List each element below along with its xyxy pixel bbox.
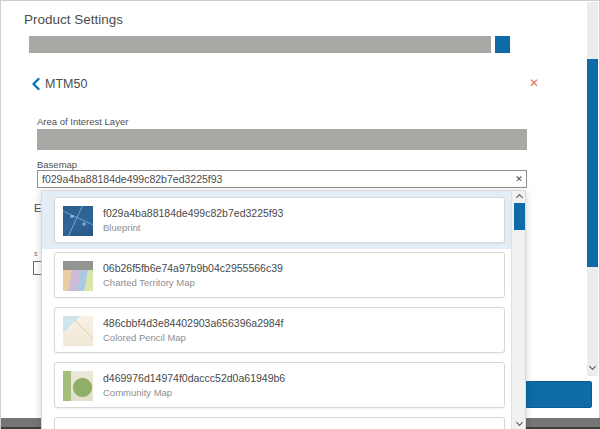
- basemap-option-id: d469976d14974f0daccc52d0a61949b6: [103, 372, 285, 384]
- basemap-option-name: Community Map: [103, 387, 172, 398]
- close-icon[interactable]: ✕: [529, 76, 539, 90]
- basemap-option[interactable]: d469976d14974f0daccc52d0a61949b6 Communi…: [54, 362, 505, 408]
- basemap-option-id: 06b26f5fb6e74a97b9b04c2955566c39: [103, 262, 283, 274]
- redacted-toolbar-bar: [29, 36, 491, 53]
- basemap-option[interactable]: 486cbbf4d3e84402903a656396a2984f Colored…: [54, 307, 505, 353]
- dropdown-scroll-up-button[interactable]: [512, 191, 526, 203]
- basemap-field-label: Basemap: [37, 159, 77, 170]
- aoi-redacted-value[interactable]: [37, 129, 527, 150]
- back-link[interactable]: MTM50: [32, 76, 87, 92]
- clear-input-icon[interactable]: ✕: [512, 172, 526, 186]
- aoi-field-label: Area of Interest Layer: [37, 116, 128, 127]
- dropdown-scrollbar[interactable]: [511, 191, 525, 429]
- hidden-field-fragment: s: [34, 250, 38, 257]
- basemap-dropdown-list: f029a4ba88184de499c82b7ed3225f93 Bluepri…: [41, 190, 526, 429]
- basemap-option-name: Colored Pencil Map: [103, 332, 186, 343]
- chevron-down-icon: [515, 419, 522, 426]
- chevron-down-icon: [589, 363, 596, 370]
- product-settings-window: Product Settings MTM50 ✕ Area of Interes…: [0, 0, 600, 429]
- basemap-input[interactable]: [37, 170, 527, 188]
- basemap-thumbnail-blueprint: [63, 206, 93, 236]
- primary-action-button[interactable]: [525, 381, 592, 408]
- basemap-option[interactable]: 06b26f5fb6e74a97b9b04c2955566c39 Charted…: [54, 252, 505, 298]
- basemap-thumbnail-community: [63, 371, 93, 401]
- window-scrollbar-thumb[interactable]: [587, 59, 598, 267]
- page-title: Product Settings: [24, 12, 123, 27]
- basemap-thumbnail-colored-pencil: [63, 316, 93, 346]
- basemap-option-partial[interactable]: [54, 417, 505, 429]
- back-link-label: MTM50: [45, 77, 87, 91]
- basemap-option-name: Blueprint: [103, 222, 141, 233]
- dropdown-scrollbar-thumb[interactable]: [514, 203, 525, 230]
- basemap-option[interactable]: f029a4ba88184de499c82b7ed3225f93 Bluepri…: [54, 197, 505, 243]
- basemap-option-name: Charted Territory Map: [103, 277, 195, 288]
- chevron-left-icon: [32, 78, 40, 90]
- basemap-thumbnail-charted-territory: [63, 261, 93, 291]
- scroll-down-button[interactable]: [587, 362, 598, 376]
- window-scrollbar[interactable]: [587, 2, 598, 376]
- basemap-option-id: 486cbbf4d3e84402903a656396a2984f: [103, 317, 283, 329]
- dropdown-scroll-down-button[interactable]: [512, 418, 526, 429]
- toolbar-blue-button[interactable]: [495, 36, 510, 53]
- basemap-option-id: f029a4ba88184de499c82b7ed3225f93: [103, 207, 283, 219]
- chevron-up-icon: [515, 194, 522, 201]
